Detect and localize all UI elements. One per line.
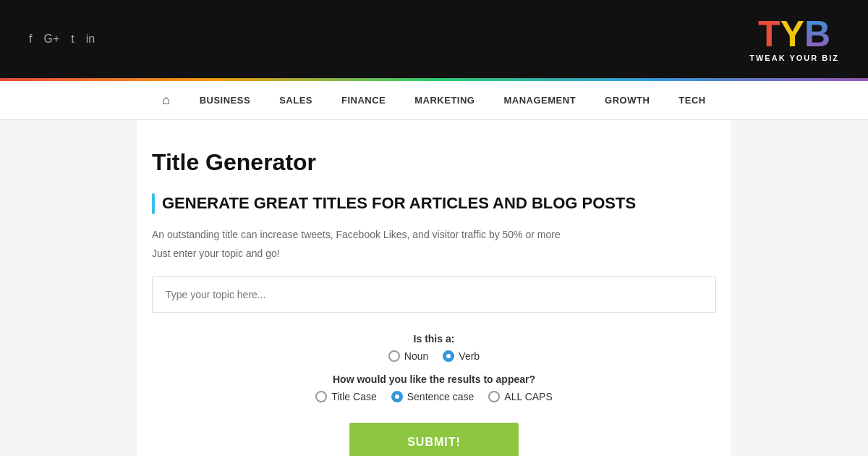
radio-title-case-input[interactable] bbox=[315, 391, 327, 402]
nav-items: ⌂ BUSINESS SALES FINANCE MARKETING MANAG… bbox=[148, 81, 720, 119]
nav-management[interactable]: MANAGEMENT bbox=[489, 82, 590, 119]
radio-title-case[interactable]: Title Case bbox=[315, 391, 377, 402]
description-text: An outstanding title can increase tweets… bbox=[152, 229, 716, 240]
main-nav: ⌂ BUSINESS SALES FINANCE MARKETING MANAG… bbox=[0, 81, 868, 120]
page-title: Title Generator bbox=[152, 149, 716, 176]
radio-sentence-case-input[interactable] bbox=[391, 391, 403, 402]
logo-letter-t: T bbox=[758, 16, 780, 52]
format-label: How would you like the results to appear… bbox=[315, 373, 553, 385]
nav-growth[interactable]: GROWTH bbox=[590, 82, 664, 119]
radio-all-caps-label: ALL CAPS bbox=[504, 391, 552, 402]
main-content: Title Generator GENERATE GREAT TITLES FO… bbox=[137, 120, 731, 456]
radio-title-case-label: Title Case bbox=[331, 391, 377, 402]
radio-sentence-case[interactable]: Sentence case bbox=[391, 391, 475, 402]
format-radio-group: Title Case Sentence case ALL CAPS bbox=[315, 391, 553, 402]
nav-finance[interactable]: FINANCE bbox=[327, 82, 400, 119]
nav-marketing[interactable]: MARKETING bbox=[400, 82, 489, 119]
topic-input[interactable] bbox=[152, 276, 716, 313]
word-type-radio-group: Noun Verb bbox=[388, 350, 480, 362]
radio-verb-input[interactable] bbox=[443, 350, 454, 362]
radio-sentence-case-label: Sentence case bbox=[407, 391, 475, 402]
site-header: f G+ t in T Y B TWEAK YOUR BIZ bbox=[0, 0, 868, 78]
radio-noun-label: Noun bbox=[404, 350, 428, 362]
subtitle-text: GENERATE GREAT TITLES FOR ARTICLES AND B… bbox=[162, 193, 636, 214]
linkedin-icon[interactable]: in bbox=[86, 33, 95, 46]
subtitle-block: GENERATE GREAT TITLES FOR ARTICLES AND B… bbox=[152, 193, 716, 214]
twitter-icon[interactable]: t bbox=[71, 33, 74, 46]
radio-noun[interactable]: Noun bbox=[388, 350, 428, 362]
submit-button[interactable]: SUBMIT! bbox=[349, 423, 519, 456]
google-plus-icon[interactable]: G+ bbox=[43, 33, 59, 46]
tagline-text: Just enter your topic and go! bbox=[152, 248, 716, 259]
nav-sales[interactable]: SALES bbox=[265, 82, 327, 119]
logo-area[interactable]: T Y B TWEAK YOUR BIZ bbox=[749, 16, 839, 62]
facebook-icon[interactable]: f bbox=[29, 33, 32, 46]
radio-all-caps[interactable]: ALL CAPS bbox=[488, 391, 552, 402]
radio-verb-label: Verb bbox=[459, 350, 480, 362]
nav-business[interactable]: BUSINESS bbox=[185, 82, 265, 119]
logo-letter-b: B bbox=[804, 16, 830, 52]
word-type-label: Is this a: bbox=[388, 333, 480, 345]
nav-tech[interactable]: TECH bbox=[664, 82, 720, 119]
social-icons-group: f G+ t in bbox=[29, 33, 95, 46]
radio-noun-input[interactable] bbox=[388, 350, 400, 362]
form-options: Is this a: Noun Verb How would you like … bbox=[152, 333, 716, 402]
radio-all-caps-input[interactable] bbox=[488, 391, 500, 402]
radio-verb[interactable]: Verb bbox=[443, 350, 480, 362]
nav-home[interactable]: ⌂ bbox=[148, 81, 184, 119]
subtitle-accent-bar bbox=[152, 193, 155, 214]
tyb-logo: T Y B bbox=[758, 16, 830, 52]
word-type-group: Is this a: Noun Verb bbox=[388, 333, 480, 362]
logo-subtitle: TWEAK YOUR BIZ bbox=[749, 54, 839, 62]
logo-letter-y: Y bbox=[780, 16, 804, 52]
format-group: How would you like the results to appear… bbox=[315, 373, 553, 402]
